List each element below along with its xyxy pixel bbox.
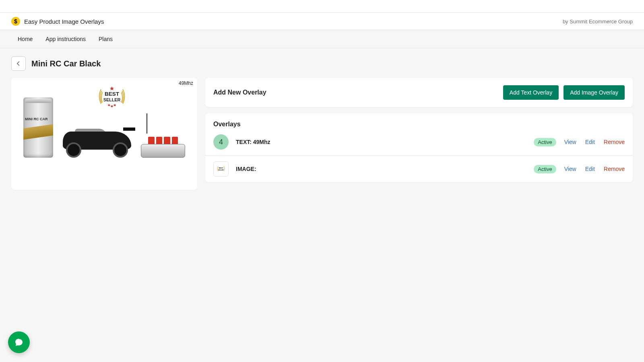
app-title: Easy Product Image Overlays	[24, 18, 104, 25]
add-image-overlay-button[interactable]: Add Image Overlay	[564, 85, 625, 100]
edit-link[interactable]: Edit	[585, 139, 595, 145]
nav-home[interactable]: Home	[18, 36, 33, 42]
overlay-row-actions: View Edit Remove	[564, 166, 625, 172]
status-badge: Active	[534, 138, 556, 146]
product-can-icon: MINI RC CAR	[23, 97, 53, 158]
app-header-left: $ Easy Product Image Overlays	[11, 17, 104, 26]
svg-marker-0	[110, 86, 114, 90]
content-grid: 49Mhz	[11, 78, 633, 190]
overlay-row: 4 TEXT: 49Mhz Active View Edit Remove	[205, 130, 633, 155]
browser-top-spacer	[0, 0, 644, 13]
remove-link[interactable]: Remove	[604, 139, 625, 145]
main-nav: Home App instructions Plans	[0, 30, 644, 48]
add-overlay-heading: Add New Overlay	[213, 89, 266, 96]
page-head: Mini RC Car Black	[11, 56, 633, 71]
overlay-row-actions: View Edit Remove	[564, 139, 625, 145]
overlay-thumb-image: BEST SELLER	[213, 161, 229, 177]
overlay-row-label: TEXT: 49Mhz	[236, 139, 270, 145]
back-button[interactable]	[11, 56, 26, 71]
best-seller-mini-icon: BEST SELLER	[215, 163, 227, 175]
product-preview-inner: 49Mhz	[11, 78, 197, 190]
status-badge: Active	[534, 165, 556, 173]
svg-text:SELLER: SELLER	[218, 169, 224, 171]
view-link[interactable]: View	[564, 166, 576, 172]
add-overlay-card: Add New Overlay Add Text Overlay Add Ima…	[205, 78, 633, 107]
overlays-list-card: Overlays 4 TEXT: 49Mhz Active View Edit …	[205, 113, 633, 182]
view-link[interactable]: View	[564, 139, 576, 145]
overlay-list: 4 TEXT: 49Mhz Active View Edit Remove	[205, 130, 633, 182]
overlay-row: BEST SELLER IMAGE: Active View Edit Remo…	[205, 155, 633, 182]
arrow-left-icon	[15, 60, 22, 67]
app-header: $ Easy Product Image Overlays by Summit …	[0, 13, 644, 30]
add-text-overlay-button[interactable]: Add Text Overlay	[503, 85, 559, 100]
svg-text:BEST: BEST	[219, 167, 223, 169]
page-title: Mini RC Car Black	[31, 59, 101, 68]
app-logo-icon: $	[11, 17, 20, 26]
nav-plans[interactable]: Plans	[99, 36, 113, 42]
page-body: Mini RC Car Black 49Mhz	[0, 48, 644, 198]
edit-link[interactable]: Edit	[585, 166, 595, 172]
app-byline: by Summit Ecommerce Group	[563, 19, 633, 25]
preview-overlay-text: 49Mhz	[179, 80, 193, 86]
add-overlay-button-group: Add Text Overlay Add Image Overlay	[503, 85, 625, 100]
overlay-row-label: IMAGE:	[236, 166, 256, 172]
product-car-icon	[59, 125, 135, 158]
remove-link[interactable]: Remove	[604, 166, 625, 172]
product-remote-icon	[141, 130, 185, 158]
can-label: MINI RC CAR	[25, 117, 52, 121]
overlays-heading: Overlays	[213, 121, 625, 128]
right-column: Add New Overlay Add Text Overlay Add Ima…	[205, 78, 633, 182]
product-mock-image: MINI RC CAR	[23, 101, 185, 158]
badge-text-top: BEST	[105, 91, 120, 97]
nav-instructions[interactable]: App instructions	[45, 36, 86, 42]
product-preview-card: 49Mhz	[11, 78, 197, 190]
overlay-thumb-text: 4	[213, 134, 229, 150]
